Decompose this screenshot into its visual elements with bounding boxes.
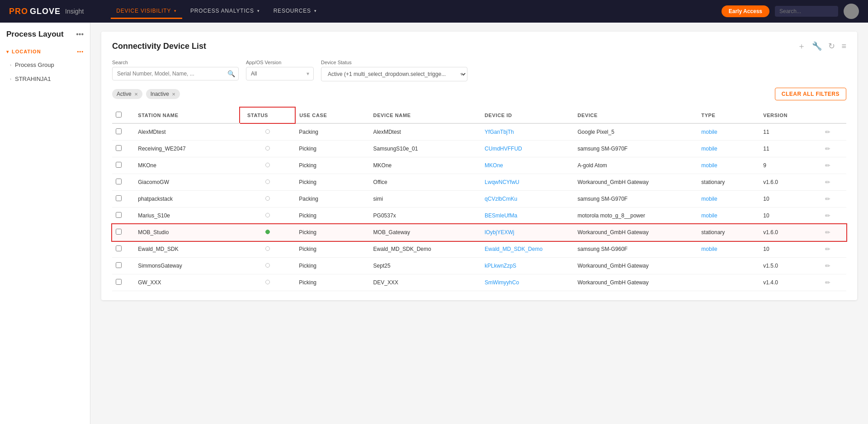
row-edit-cell: ✏ xyxy=(821,224,846,241)
row-type: mobile xyxy=(698,207,760,224)
edit-icon[interactable]: ✏ xyxy=(825,179,830,186)
refresh-icon[interactable]: ↻ xyxy=(828,41,835,51)
row-type: mobile xyxy=(698,157,760,174)
row-type: mobile xyxy=(698,141,760,157)
row-checkbox[interactable] xyxy=(116,145,122,151)
row-station-name: AlexMDtest xyxy=(134,123,240,141)
remove-active-tag-icon[interactable]: ✕ xyxy=(134,92,138,97)
row-checkbox[interactable] xyxy=(116,128,122,134)
clear-all-filters-button[interactable]: CLEAR ALL FILTERS xyxy=(775,88,846,100)
row-type xyxy=(698,274,760,291)
row-checkbox-cell xyxy=(112,157,134,174)
row-station-name: GW_XXX xyxy=(134,274,240,291)
row-use-case: Picking xyxy=(295,258,369,274)
row-device: samsung SM-G970F xyxy=(574,191,698,207)
remove-inactive-tag-icon[interactable]: ✕ xyxy=(172,92,175,97)
edit-icon[interactable]: ✏ xyxy=(825,195,830,203)
tag-inactive[interactable]: Inactive ✕ xyxy=(146,89,180,99)
status-dot xyxy=(265,263,270,268)
row-device-id: kPLkwnZzpS xyxy=(481,258,574,274)
th-station-name: STATION NAME xyxy=(134,107,240,123)
app-os-select-wrap: All xyxy=(246,67,314,80)
early-access-button[interactable]: Early Access xyxy=(722,5,769,17)
table-row: phatpackstack Packing simi qCVzlbCmKu sa… xyxy=(112,191,846,207)
row-checkbox-cell xyxy=(112,258,134,274)
row-station-name: GiacomoGW xyxy=(134,174,240,191)
row-device-id: YfGanTbjTh xyxy=(481,123,574,141)
row-device-id: SmWimyyhCo xyxy=(481,274,574,291)
row-status xyxy=(240,123,295,141)
row-checkbox[interactable] xyxy=(116,195,122,201)
row-checkbox-cell xyxy=(112,191,134,207)
row-device: Workaround_GmbH Gateway xyxy=(574,258,698,274)
card-header: Connectivity Device List ＋ 🔧 ↻ ≡ xyxy=(112,41,846,52)
row-checkbox[interactable] xyxy=(116,229,122,235)
row-station-name: Marius_S10e xyxy=(134,207,240,224)
row-use-case: Picking xyxy=(295,174,369,191)
row-device: motorola moto_g_8__power xyxy=(574,207,698,224)
row-status xyxy=(240,157,295,174)
edit-icon[interactable]: ✏ xyxy=(825,212,830,219)
row-checkbox[interactable] xyxy=(116,262,122,268)
row-device-id: Ewald_MD_SDK_Demo xyxy=(481,241,574,258)
nav-resources[interactable]: RESOURCES ▾ xyxy=(268,4,322,19)
row-use-case: Packing xyxy=(295,123,369,141)
sidebar-menu-icon[interactable]: ••• xyxy=(76,30,84,38)
row-status xyxy=(240,191,295,207)
edit-icon[interactable]: ✏ xyxy=(825,279,830,286)
logo[interactable]: PROGLOVE Insight xyxy=(9,7,84,16)
arrow-right-icon: › xyxy=(10,63,11,67)
edit-icon[interactable]: ✏ xyxy=(825,145,830,152)
row-status xyxy=(240,207,295,224)
edit-icon[interactable]: ✏ xyxy=(825,128,830,136)
more-icon[interactable]: ••• xyxy=(77,49,84,54)
table-header-row: STATION NAME STATUS USE CASE DEVICE NAME… xyxy=(112,107,846,123)
row-checkbox[interactable] xyxy=(116,212,122,218)
row-version: 11 xyxy=(760,123,821,141)
row-checkbox-cell xyxy=(112,141,134,157)
top-search-input[interactable] xyxy=(775,6,838,17)
row-device-name: simi xyxy=(370,191,481,207)
app-os-select[interactable]: All xyxy=(246,67,314,80)
row-use-case: Picking xyxy=(295,141,369,157)
row-checkbox-cell xyxy=(112,274,134,291)
row-checkbox[interactable] xyxy=(116,179,122,184)
edit-icon[interactable]: ✏ xyxy=(825,245,830,253)
status-dot xyxy=(265,246,270,251)
row-edit-cell: ✏ xyxy=(821,157,846,174)
config-icon[interactable]: 🔧 xyxy=(812,41,822,51)
filter-icon[interactable]: ≡ xyxy=(841,42,846,51)
row-checkbox[interactable] xyxy=(116,279,122,285)
search-icon[interactable]: 🔍 xyxy=(227,70,235,77)
nav-process-analytics[interactable]: PROCESS ANALYTICS ▾ xyxy=(185,4,265,19)
sidebar-item-process-group[interactable]: › Process Group xyxy=(0,58,90,72)
device-table: STATION NAME STATUS USE CASE DEVICE NAME… xyxy=(112,107,846,291)
status-dot xyxy=(265,213,270,217)
row-checkbox[interactable] xyxy=(116,245,122,251)
th-action xyxy=(821,107,846,123)
th-status: STATUS xyxy=(240,107,295,123)
row-device-name: PG0537x xyxy=(370,207,481,224)
select-all-checkbox[interactable] xyxy=(116,112,122,118)
table-row: GiacomoGW Picking Office LwqwNCYfwU Work… xyxy=(112,174,846,191)
device-status-select[interactable]: Active (+1 multi_select_dropdown.select_… xyxy=(321,67,467,81)
search-filter-group: Search 🔍 xyxy=(112,60,239,81)
row-status xyxy=(240,258,295,274)
tags-row: Active ✕ Inactive ✕ CLEAR ALL FILTERS xyxy=(112,88,846,100)
status-dot xyxy=(265,129,270,134)
edit-icon[interactable]: ✏ xyxy=(825,162,830,169)
location-header[interactable]: ▾ LOCATION ••• xyxy=(0,45,90,58)
nav-device-visibility[interactable]: DEVICE VISIBILITY ▾ xyxy=(111,4,182,19)
row-device-id: qCVzlbCmKu xyxy=(481,191,574,207)
avatar[interactable] xyxy=(844,4,859,19)
add-icon[interactable]: ＋ xyxy=(797,41,806,52)
row-checkbox[interactable] xyxy=(116,162,122,168)
edit-icon[interactable]: ✏ xyxy=(825,262,830,269)
row-device-id: MKOne xyxy=(481,157,574,174)
search-input[interactable] xyxy=(112,67,239,80)
edit-icon[interactable]: ✏ xyxy=(825,229,830,236)
table-row: AlexMDtest Packing AlexMDtest YfGanTbjTh… xyxy=(112,123,846,141)
tag-active[interactable]: Active ✕ xyxy=(112,89,142,99)
sidebar-item-strahinja1[interactable]: › STRAHINJA1 xyxy=(0,72,90,86)
th-device: DEVICE xyxy=(574,107,698,123)
